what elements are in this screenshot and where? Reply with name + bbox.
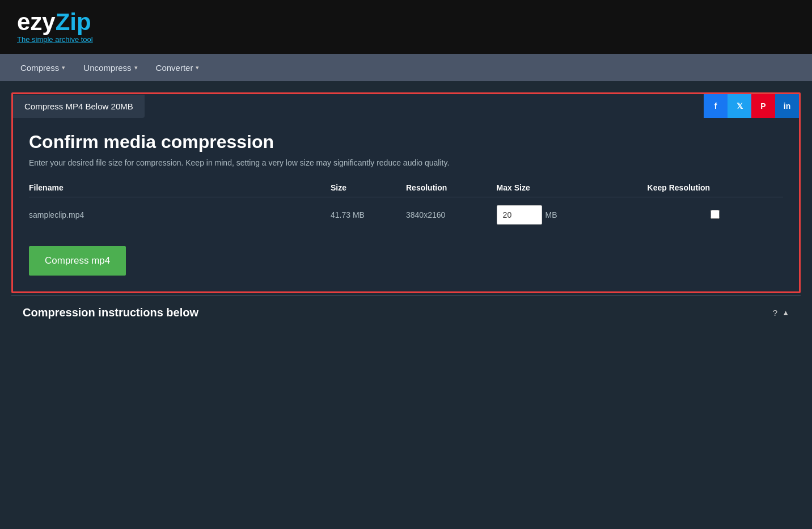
col-header-filename: Filename: [29, 179, 331, 197]
header: ezyZip The simple archive tool: [0, 0, 812, 54]
mb-label: MB: [545, 210, 557, 219]
pinterest-icon: P: [760, 101, 766, 111]
compress-button[interactable]: Compress mp4: [29, 246, 126, 276]
facebook-icon: f: [714, 101, 717, 111]
pinterest-share-button[interactable]: P: [751, 94, 775, 118]
file-size: 41.73 MB: [331, 197, 406, 233]
nav-uncompress-arrow: ▾: [134, 64, 138, 71]
twitter-share-button[interactable]: 𝕏: [728, 94, 751, 118]
chevron-up-icon[interactable]: ▲: [782, 308, 789, 317]
col-header-keepres: Keep Resolution: [648, 179, 783, 197]
card-title: Confirm media compression: [29, 132, 783, 153]
card-tab-row: Compress MP4 Below 20MB f 𝕏 P in: [13, 94, 799, 118]
linkedin-icon: in: [784, 101, 790, 111]
twitter-icon: 𝕏: [737, 101, 743, 111]
instructions-controls: ? ▲: [773, 308, 789, 318]
logo: ezyZip The simple archive tool: [17, 10, 93, 44]
facebook-share-button[interactable]: f: [704, 94, 728, 118]
table-row: sampleclip.mp4 41.73 MB 3840x2160 MB: [29, 197, 783, 233]
main-content: Compress MP4 Below 20MB f 𝕏 P in Confirm…: [0, 81, 812, 341]
tagline-link[interactable]: simple: [32, 35, 53, 44]
keep-resolution-cell: [648, 197, 783, 233]
nav-compress-label: Compress: [20, 63, 59, 73]
nav-item-uncompress[interactable]: Uncompress ▾: [74, 55, 146, 81]
max-size-input[interactable]: [497, 205, 542, 225]
social-buttons: f 𝕏 P in: [704, 94, 799, 118]
file-filename: sampleclip.mp4: [29, 197, 331, 233]
col-header-size: Size: [331, 179, 406, 197]
nav: Compress ▾ Uncompress ▾ Converter ▾: [0, 54, 812, 81]
logo-zip-text: Zip: [56, 9, 91, 35]
logo-tagline: The simple archive tool: [17, 35, 93, 44]
nav-item-converter[interactable]: Converter ▾: [147, 55, 209, 81]
file-table: Filename Size Resolution Max Size Keep R…: [29, 179, 783, 232]
col-header-resolution: Resolution: [406, 179, 497, 197]
nav-converter-label: Converter: [156, 63, 193, 73]
col-header-maxsize: Max Size: [497, 179, 648, 197]
nav-compress-arrow: ▾: [62, 64, 65, 71]
keep-resolution-checkbox[interactable]: [710, 210, 720, 219]
instructions-row: Compression instructions below ? ▲: [11, 295, 801, 329]
card-tab: Compress MP4 Below 20MB: [13, 95, 145, 118]
instructions-label: Compression instructions below: [23, 306, 198, 319]
file-resolution: 3840x2160: [406, 197, 497, 233]
linkedin-share-button[interactable]: in: [775, 94, 799, 118]
nav-uncompress-label: Uncompress: [83, 63, 131, 73]
nav-item-compress[interactable]: Compress ▾: [11, 55, 74, 81]
card-description: Enter your desired file size for compres…: [29, 158, 783, 167]
file-maxsize-cell: MB: [497, 197, 648, 233]
main-card: Compress MP4 Below 20MB f 𝕏 P in Confirm…: [11, 92, 801, 293]
logo-ezy-text: ezy: [17, 9, 56, 35]
card-body: Confirm media compression Enter your des…: [13, 118, 799, 291]
nav-converter-arrow: ▾: [196, 64, 199, 71]
help-icon[interactable]: ?: [773, 308, 777, 318]
logo-main: ezyZip: [17, 10, 93, 34]
